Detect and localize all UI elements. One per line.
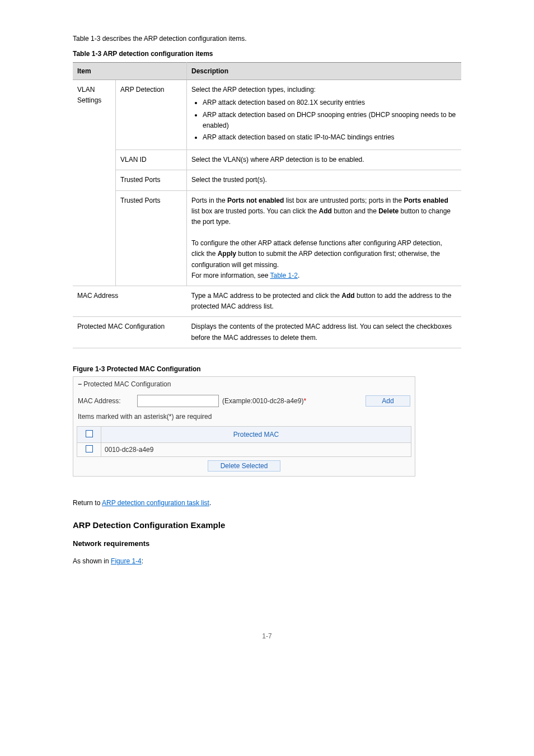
- required-note: Items marked with an asterisk(*) are req…: [73, 410, 415, 425]
- desc-vlan-id: Select the VLAN(s) where ARP detection i…: [187, 150, 462, 170]
- desc-pmac-config: Displays the contents of the protected M…: [187, 317, 462, 348]
- config-table: Item Description VLAN Settings ARP Detec…: [73, 62, 461, 348]
- row-arp-detection: ARP Detection: [116, 80, 187, 150]
- protected-mac-panel: − Protected MAC Configuration MAC Addres…: [73, 376, 415, 477]
- mac-cell: 0010-dc28-a4e9: [101, 442, 411, 456]
- row-trusted-ports2: Trusted Ports: [116, 190, 187, 286]
- network-requirements-text: As shown in Figure 1-4:: [73, 557, 461, 565]
- table12-link[interactable]: Table 1-2: [270, 272, 298, 279]
- figure14-link[interactable]: Figure 1-4: [111, 557, 142, 565]
- protected-mac-table: Protected MAC 0010-dc28-a4e9: [77, 426, 411, 457]
- return-link[interactable]: ARP detection configuration task list: [102, 499, 209, 507]
- intro-text: Table 1-3 describes the ARP detection co…: [73, 34, 461, 44]
- desc-trusted-ports1: Select the trusted port(s).: [187, 170, 462, 190]
- desc-mac-address: Type a MAC address to be protected and c…: [187, 286, 462, 317]
- example-text: (Example:0010-dc28-a4e9)*: [222, 397, 306, 405]
- row-vlan-id: VLAN ID: [116, 150, 187, 170]
- th-desc: Description: [187, 63, 462, 80]
- network-requirements-heading: Network requirements: [73, 539, 461, 548]
- panel-header[interactable]: − Protected MAC Configuration: [73, 377, 415, 391]
- select-all-cell[interactable]: [77, 426, 101, 442]
- desc-arp-detection: Select the ARP detection types, includin…: [187, 80, 462, 150]
- protected-mac-header: Protected MAC: [101, 426, 411, 442]
- add-button[interactable]: Add: [366, 395, 410, 407]
- delete-selected-button[interactable]: Delete Selected: [208, 460, 280, 472]
- row-pmac-config: Protected MAC Configuration: [73, 317, 187, 348]
- desc-trusted-ports2: Ports in the Ports not enabled list box …: [187, 190, 462, 286]
- example-heading: ARP Detection Configuration Example: [73, 520, 461, 530]
- table-row: 0010-dc28-a4e9: [77, 442, 411, 456]
- th-item: Item: [73, 63, 187, 80]
- mac-address-input[interactable]: [137, 395, 219, 407]
- row-mac-address: MAC Address: [73, 286, 187, 317]
- row-checkbox[interactable]: [86, 445, 93, 452]
- mac-address-label: MAC Address:: [78, 397, 134, 405]
- row-vlan-settings: VLAN Settings: [73, 80, 116, 286]
- select-all-checkbox[interactable]: [86, 430, 93, 437]
- page-number: 1-7: [73, 632, 461, 640]
- figure3-caption: Figure 1-3 Protected MAC Configuration: [73, 365, 461, 373]
- return-text: Return to ARP detection configuration ta…: [73, 499, 461, 507]
- row-trusted-ports1: Trusted Ports: [116, 170, 187, 190]
- table3-caption: Table 1-3 ARP detection configuration it…: [73, 50, 461, 58]
- intro: Table 1-3 describes the ARP detection co…: [73, 35, 247, 43]
